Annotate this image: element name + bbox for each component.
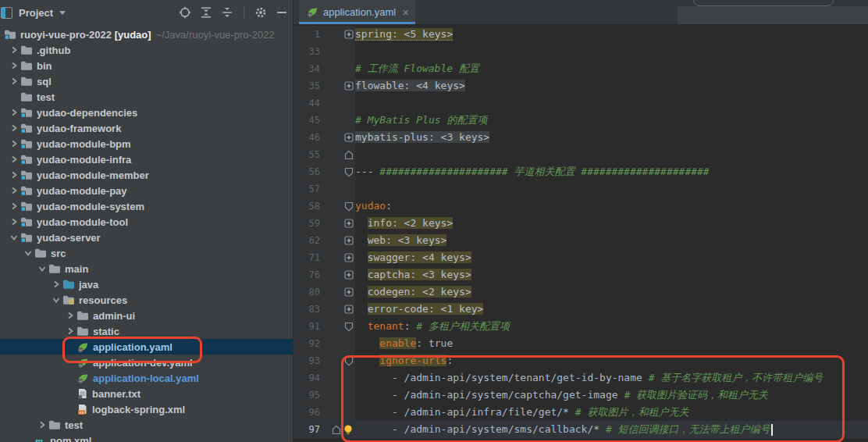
tree-item-bin[interactable]: bin xyxy=(0,58,293,73)
chevron-right-icon[interactable] xyxy=(7,169,20,181)
tree-item-pom.xml[interactable]: mpom.xml xyxy=(0,433,293,442)
tree-item-yudao-module-system[interactable]: yudao-module-system xyxy=(0,198,293,214)
chevron-right-icon[interactable] xyxy=(63,325,76,337)
intention-bulb-icon[interactable] xyxy=(343,424,354,436)
tree-item-admin-ui[interactable]: admin-ui xyxy=(0,308,293,323)
editor-line-46[interactable]: 46mybatis-plus: <3 keys> xyxy=(293,129,868,146)
tree-item-static[interactable]: static xyxy=(0,323,293,339)
editor-line-55[interactable]: 55 xyxy=(293,146,868,163)
fold-expand-icon[interactable] xyxy=(344,305,354,314)
fold-expand-icon[interactable] xyxy=(344,81,354,91)
fold-collapse-icon[interactable] xyxy=(344,167,354,177)
tree-item-banner.txt[interactable]: banner.txt xyxy=(0,386,293,401)
tree-item-yudao-dependencies[interactable]: yudao-dependencies xyxy=(0,105,293,120)
tree-item-application-local.yaml[interactable]: application-local.yaml xyxy=(0,370,293,386)
folded-region[interactable]: web: <3 keys> xyxy=(368,234,447,246)
editor-line-59[interactable]: 59 info: <2 keys> xyxy=(293,215,868,232)
chevron-right-icon[interactable] xyxy=(7,184,20,197)
chevron-right-icon[interactable] xyxy=(49,278,62,291)
code-text[interactable]: mybatis-plus: <3 keys> xyxy=(355,129,868,146)
tree-item-sql[interactable]: sql xyxy=(0,73,293,89)
editor-line-93[interactable]: 93 ignore-urls: xyxy=(293,352,868,369)
chevron-right-icon[interactable] xyxy=(7,153,20,166)
chevron-right-icon[interactable] xyxy=(7,106,20,119)
tree-item-yudao-module-member[interactable]: yudao-module-member xyxy=(0,167,293,183)
editor-line-80[interactable]: 80 codegen: <2 keys> xyxy=(293,283,868,301)
fold-collapse-icon[interactable] xyxy=(344,322,354,332)
code-text[interactable]: - /admin-api/infra/file/get/* # 获取图片，和租户… xyxy=(355,404,868,421)
folded-region[interactable]: captcha: <3 keys> xyxy=(368,269,471,280)
chevron-right-icon[interactable] xyxy=(7,200,20,212)
folded-region[interactable]: spring: <5 keys> xyxy=(355,28,453,41)
editor-line-34[interactable]: 34# 工作流 Flowable 配置 xyxy=(293,60,868,77)
code-text[interactable]: web: <3 keys> xyxy=(355,232,868,249)
code-text[interactable]: info: <2 keys> xyxy=(355,215,868,232)
code-text[interactable]: flowable: <4 keys> xyxy=(355,77,868,94)
fold-expand-icon[interactable] xyxy=(344,287,354,297)
tree-item-logback-spring.xml[interactable]: <>logback-spring.xml xyxy=(0,401,293,417)
editor-line-97[interactable]: 97 - /admin-api/system/sms/callback/* # … xyxy=(293,421,868,438)
editor-line-1[interactable]: 1spring: <5 keys> xyxy=(293,26,868,43)
editor-line-33[interactable]: 33 xyxy=(293,43,868,60)
tree-item-application.yaml[interactable]: application.yaml xyxy=(0,339,293,355)
tree-item-src[interactable]: src xyxy=(0,245,293,261)
folded-region[interactable]: swagger: <4 keys> xyxy=(368,251,471,263)
chevron-right-icon[interactable] xyxy=(7,137,20,150)
chevron-down-icon[interactable] xyxy=(21,247,34,259)
tab-application-yaml[interactable]: application.yaml × xyxy=(299,0,415,24)
code-text[interactable]: error-code: <1 key> xyxy=(355,301,868,318)
code-text[interactable]: # MyBatis Plus 的配置项 xyxy=(355,112,868,129)
fold-expand-icon[interactable] xyxy=(344,133,354,142)
tree-item-java[interactable]: java xyxy=(0,276,293,292)
folded-region[interactable]: info: <2 keys> xyxy=(368,217,454,229)
chevron-right-icon[interactable] xyxy=(7,59,20,72)
tree-item-test[interactable]: test xyxy=(0,89,293,105)
editor-line-96[interactable]: 96 - /admin-api/infra/file/get/* # 获取图片，… xyxy=(293,404,868,421)
fold-end-icon[interactable] xyxy=(344,150,354,160)
chevron-right-icon[interactable] xyxy=(7,122,20,134)
folded-region[interactable]: codegen: <2 keys> xyxy=(368,286,471,298)
code-text[interactable]: tenant: # 多租户相关配置项 xyxy=(355,318,868,335)
editor-line-56[interactable]: 56--- ##################### 芋道相关配置 #####… xyxy=(293,163,868,180)
project-panel-title[interactable]: Project xyxy=(19,7,53,19)
chevron-down-icon[interactable] xyxy=(35,262,48,275)
editor-line-62[interactable]: 62 web: <3 keys> xyxy=(293,232,868,249)
fold-expand-icon[interactable] xyxy=(344,253,354,262)
tree-root-ruoyi-vue-pro-2022[interactable]: ruoyi-vue-pro-2022 [yudao]~/Java/ruoyi-v… xyxy=(0,27,293,42)
tree-item-main[interactable]: main xyxy=(0,261,293,276)
code-text[interactable]: --- ##################### 芋道相关配置 #######… xyxy=(355,163,868,180)
tree-item-test[interactable]: test xyxy=(0,417,293,433)
code-text[interactable]: captcha: <3 keys> xyxy=(355,266,868,283)
tree-item-resources[interactable]: resources xyxy=(0,292,293,308)
code-text[interactable]: - /admin-api/system/captcha/get-image # … xyxy=(355,387,868,404)
code-text[interactable] xyxy=(355,180,868,198)
tree-item-yudao-server[interactable]: yudao-server xyxy=(0,230,293,245)
close-icon[interactable]: × xyxy=(402,6,409,18)
fold-expand-icon[interactable] xyxy=(344,219,354,228)
chevron-down-icon[interactable] xyxy=(49,294,62,306)
folded-region[interactable]: mybatis-plus: <3 keys> xyxy=(355,131,489,143)
code-text[interactable]: swagger: <4 keys> xyxy=(355,249,868,266)
editor-line-44[interactable]: 44 xyxy=(293,94,868,112)
chevron-right-icon[interactable] xyxy=(7,44,20,56)
code-text[interactable] xyxy=(355,94,868,112)
code-text[interactable]: yudao: xyxy=(355,198,868,215)
editor-line-83[interactable]: 83 error-code: <1 key> xyxy=(293,301,868,318)
tree-item-.github[interactable]: .github xyxy=(0,42,293,58)
editor-line-95[interactable]: 95 - /admin-api/system/captcha/get-image… xyxy=(293,387,868,404)
editor-line-45[interactable]: 45# MyBatis Plus 的配置项 xyxy=(293,112,868,129)
tree-item-yudao-framework[interactable]: yudao-framework xyxy=(0,120,293,136)
editor-line-76[interactable]: 76 captcha: <3 keys> xyxy=(293,266,868,283)
code-text[interactable]: ignore-urls: xyxy=(355,352,868,369)
code-text[interactable]: # 工作流 Flowable 配置 xyxy=(355,60,868,77)
hide-icon[interactable] xyxy=(276,6,288,19)
editor-line-91[interactable]: 91 tenant: # 多租户相关配置项 xyxy=(293,318,868,335)
expand-all-icon[interactable] xyxy=(200,6,212,19)
fold-expand-icon[interactable] xyxy=(344,270,354,280)
fold-collapse-icon[interactable] xyxy=(344,356,354,366)
folded-region[interactable]: error-code: <1 key> xyxy=(368,303,484,315)
code-text[interactable]: - /admin-api/system/tenant/get-id-by-nam… xyxy=(355,369,868,387)
code-editor[interactable]: 1spring: <5 keys>3334# 工作流 Flowable 配置35… xyxy=(293,24,868,442)
chevron-right-icon[interactable] xyxy=(63,309,76,322)
code-text[interactable]: codegen: <2 keys> xyxy=(355,283,868,301)
